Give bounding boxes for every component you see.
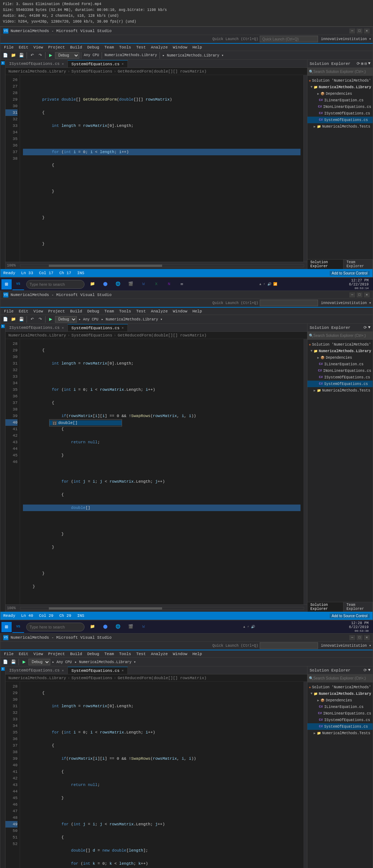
- minimize-btn-3[interactable]: ─: [349, 635, 355, 640]
- menu-help-2[interactable]: Help: [190, 308, 204, 315]
- se-cs2-3[interactable]: C# INonLinearEquations.cs: [307, 710, 373, 717]
- tab-system-3[interactable]: SystemOfEquations.cs ✕: [68, 667, 127, 674]
- bc-method-2[interactable]: GetReducedForm(double[][] rowsMatrix): [118, 333, 207, 338]
- menu-team-2[interactable]: Team: [102, 308, 116, 315]
- activity-icon-1[interactable]: S: [1, 61, 5, 65]
- taskbar-app-edge[interactable]: 🌐: [112, 279, 124, 290]
- bc-lib-2[interactable]: NumericalMethods.Library: [8, 333, 66, 338]
- se-system-1[interactable]: C# SystemOfEquations.cs: [307, 117, 373, 123]
- vscroll-3[interactable]: [303, 682, 307, 868]
- se-tests-3[interactable]: ▶ 📁 NumericalMethods.Tests: [307, 730, 373, 736]
- maximize-btn-3[interactable]: □: [357, 635, 362, 640]
- bc-class-3[interactable]: SystemOfEquations: [71, 676, 112, 680]
- menu-file-3[interactable]: File: [2, 650, 16, 658]
- se-cs1-3[interactable]: C# ILinearEquation.cs: [307, 704, 373, 710]
- taskbar-app-word-2[interactable]: W: [138, 621, 149, 633]
- se-tab-team-1[interactable]: Team Explorer: [343, 260, 373, 269]
- tb-run-3[interactable]: ▶: [20, 658, 28, 666]
- se-collapse-1[interactable]: ⊟: [365, 61, 367, 66]
- tab-system-2[interactable]: SystemOfEquations.cs ✕: [68, 324, 127, 331]
- taskbar-app-onenote[interactable]: N: [163, 279, 175, 290]
- taskbar-app-explorer-2[interactable]: 📁: [87, 621, 98, 633]
- maximize-btn-1[interactable]: □: [357, 28, 362, 34]
- user-account-2[interactable]: innovativeinstitution ▾: [321, 301, 371, 305]
- se-search-input-3[interactable]: [313, 676, 371, 680]
- menu-window-1[interactable]: Window: [171, 44, 190, 51]
- se-inonlinear-1[interactable]: C# INonLinearEquations.cs: [307, 104, 373, 110]
- tab-close-1[interactable]: ✕: [62, 62, 64, 66]
- bc-lib-1[interactable]: NumericalMethods.Library: [8, 69, 66, 74]
- se-cs4-3[interactable]: C# SystemOfEquations.cs: [307, 723, 373, 730]
- menu-debug-3[interactable]: Debug: [85, 650, 101, 658]
- menu-file-1[interactable]: File: [2, 44, 16, 51]
- bc-method-1[interactable]: GetReducedForm(double[][] rowsMatrix): [118, 69, 207, 74]
- se-filter-1[interactable]: ▼: [368, 61, 370, 66]
- start-btn-2[interactable]: ⊞: [1, 622, 12, 632]
- menu-window-3[interactable]: Window: [171, 650, 190, 658]
- taskbar-app-media[interactable]: 🎬: [125, 279, 137, 290]
- menu-debug-2[interactable]: Debug: [85, 308, 101, 315]
- tab-isystem-2[interactable]: ISystemOfEquations.cs ✕: [5, 324, 68, 331]
- tb-config-3[interactable]: Debug: [28, 659, 50, 665]
- tb-save-2[interactable]: 💾: [18, 316, 25, 323]
- menu-edit-3[interactable]: Edit: [16, 650, 30, 658]
- quick-launch-input-3[interactable]: [260, 642, 318, 649]
- tab-system-1[interactable]: SystemOfEquations.cs ✕: [68, 60, 127, 67]
- tab-close-3b[interactable]: ✕: [122, 669, 123, 673]
- autocomplete-popup-2[interactable]: [] double[]: [49, 419, 122, 427]
- toolbar-debug-start-1[interactable]: ▶: [47, 52, 54, 59]
- minimize-btn-2[interactable]: ─: [349, 292, 355, 297]
- menu-test-2[interactable]: Test: [134, 308, 148, 315]
- taskbar-search-2[interactable]: [26, 623, 85, 631]
- menu-edit-2[interactable]: Edit: [16, 308, 30, 315]
- se-cs3-2[interactable]: C# ISystemOfEquations.cs: [307, 374, 373, 381]
- bc-lib-3[interactable]: NumericalMethods.Library: [8, 676, 66, 680]
- tb-new-3[interactable]: 📄: [2, 658, 9, 666]
- taskbar-search-1[interactable]: [26, 280, 85, 289]
- add-source-btn-2[interactable]: Add to Source Control: [330, 614, 370, 618]
- se-deps-3[interactable]: ▶ 📦 Dependencies: [307, 697, 373, 704]
- tab-isystem-3[interactable]: ISystemOfEquations.cs ✕: [5, 667, 68, 674]
- menu-team-3[interactable]: Team: [102, 650, 116, 658]
- taskbar-app-explorer[interactable]: 📁: [87, 279, 98, 290]
- tb-redo-2[interactable]: ↷: [36, 316, 44, 323]
- tb-open-2[interactable]: 📁: [10, 316, 17, 323]
- toolbar-redo-1[interactable]: ↷: [36, 52, 44, 59]
- se-cs2-2[interactable]: C# INonLinearEquations.cs: [307, 367, 373, 374]
- menu-tools-3[interactable]: Tools: [117, 650, 133, 658]
- hscroll-track-1[interactable]: [20, 264, 304, 267]
- menu-tools-1[interactable]: Tools: [117, 44, 133, 51]
- se-solution-3[interactable]: ◈ Solution 'NumericalMethods' (2 project…: [307, 684, 373, 690]
- se-cs1-2[interactable]: C# ILinearEquation.cs: [307, 361, 373, 367]
- close-btn-3[interactable]: ✕: [364, 635, 370, 640]
- tb-save-3[interactable]: 💾: [10, 658, 17, 666]
- taskbar-vs-1[interactable]: VS: [12, 279, 24, 290]
- tb-config-2[interactable]: Debug: [55, 316, 77, 323]
- se-solution-2[interactable]: ◈ Solution 'NumericalMethods' (2 project…: [307, 341, 373, 348]
- close-btn-2[interactable]: ✕: [364, 292, 370, 297]
- menu-test-3[interactable]: Test: [134, 650, 148, 658]
- quick-launch-input-1[interactable]: [260, 36, 318, 42]
- tab-close-3a[interactable]: ✕: [62, 669, 64, 673]
- bc-class-1[interactable]: SystemOfEquations: [71, 69, 112, 74]
- se-solution-1[interactable]: ◈ Solution 'NumericalMethods' (2 project…: [307, 77, 373, 84]
- code-content-3[interactable]: { int length = rowsMatrix[0].Length; for…: [20, 682, 303, 868]
- taskbar-app-chrome-2[interactable]: ⬤: [99, 621, 111, 633]
- tb-undo-2[interactable]: ↶: [28, 316, 36, 323]
- menu-help-3[interactable]: Help: [190, 650, 204, 658]
- se-isystem-1[interactable]: C# ISystemOfEquations.cs: [307, 110, 373, 117]
- se-tab-sol-2[interactable]: Solution Explorer: [307, 602, 343, 612]
- se-tab-solution-1[interactable]: Solution Explorer: [307, 260, 343, 269]
- se-cs3-3[interactable]: C# ISystemOfEquations.cs: [307, 717, 373, 723]
- toolbar-undo-1[interactable]: ↶: [28, 52, 36, 59]
- toolbar-config-1[interactable]: Debug Release: [55, 52, 79, 59]
- user-account-3[interactable]: innovativeinstitution ▾: [321, 643, 371, 648]
- menu-build-1[interactable]: Build: [68, 44, 84, 51]
- code-content-2[interactable]: { int length = rowsMatrix[0].Length; for…: [20, 339, 303, 604]
- tab-close-2a[interactable]: ✕: [62, 326, 64, 330]
- menu-tools-2[interactable]: Tools: [117, 308, 133, 315]
- menu-project-1[interactable]: Project: [46, 44, 67, 51]
- menu-edit-1[interactable]: Edit: [16, 44, 30, 51]
- se-filter-2[interactable]: ▼: [368, 325, 370, 330]
- toolbar-save-1[interactable]: 💾: [18, 52, 25, 59]
